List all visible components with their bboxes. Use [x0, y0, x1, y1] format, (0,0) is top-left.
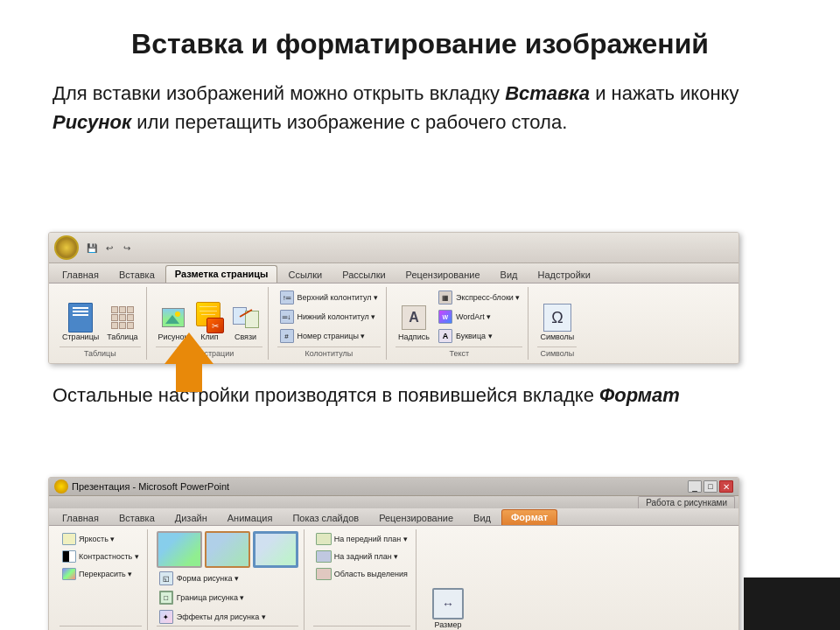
- verhniy-kolontitul-label: Верхний колонтитул ▾: [298, 293, 379, 302]
- btn-oblast-vygdeleniya[interactable]: Область выделения: [313, 566, 410, 582]
- btn-nizhniy-kolontitul[interactable]: ═↓ Нижний колонтитул ▾: [277, 308, 382, 326]
- btn-peredney-plan[interactable]: На передний план ▾: [313, 531, 410, 547]
- group-simvoly: Ω Символы Символы: [532, 287, 582, 360]
- office-logo: [59, 240, 74, 256]
- tab-vstavka[interactable]: Вставка: [109, 266, 164, 283]
- close-btn[interactable]: ✕: [719, 480, 733, 493]
- arrow-body: [176, 364, 202, 392]
- btn-perekrasit[interactable]: Перекрасить ▾: [60, 566, 142, 582]
- stili-thumb-1[interactable]: [157, 531, 202, 568]
- group-simvoly-label: Символы: [537, 346, 577, 358]
- stili-thumb-2[interactable]: [205, 531, 250, 568]
- arrow: [164, 332, 214, 392]
- btn-yarkost[interactable]: Яркость ▾: [60, 531, 142, 547]
- tab-rassylki[interactable]: Рассылки: [332, 266, 395, 283]
- btn-tablica[interactable]: Таблица: [104, 301, 140, 345]
- group-tekst: A Надпись ▦ Экспресс-блоки ▾ W WordArt ▾: [390, 287, 528, 360]
- tab2-pokaz[interactable]: Показ слайдов: [283, 510, 368, 525]
- tab-vid[interactable]: Вид: [491, 266, 528, 283]
- ribbon2-content: Яркость ▾ Контрастность ▾ Перекрасить ▾ …: [49, 526, 738, 630]
- group-uporyadochit-label: Упорядочить: [313, 626, 410, 630]
- group-simvoly-items: Ω Символы: [537, 289, 577, 346]
- razmer-icon: ↔: [432, 588, 464, 620]
- minimize-btn[interactable]: _: [688, 480, 702, 493]
- btn-stranicy[interactable]: Страницы: [60, 301, 102, 345]
- tab-glavnaya[interactable]: Главная: [52, 266, 108, 283]
- svyazi-label: Связи: [234, 333, 256, 342]
- peredney-plan-label: На передний план ▾: [334, 535, 408, 543]
- body-text-1: Для вставки изображений можно открыть вк…: [52, 79, 788, 136]
- zadniy-plan-icon: [316, 550, 332, 563]
- btn-wordart[interactable]: W WordArt ▾: [436, 308, 522, 326]
- ribbon2-window-title: Презентация - Microsoft PowerPoint: [72, 481, 229, 492]
- simvoly-icon: Ω: [543, 304, 571, 332]
- slide-title: Вставка и форматирование изображений: [52, 26, 788, 63]
- btn-effekty-risunka[interactable]: ✦ Эффекты для рисунка ▾: [157, 608, 298, 626]
- nizhniy-kolontitul-icon: ═↓: [280, 310, 294, 324]
- ribbon-tab-bar: Главная Вставка Разметка страницы Ссылки…: [49, 263, 738, 284]
- quick-access-toolbar: 💾 ↩ ↪: [49, 233, 738, 263]
- btn-nadpis[interactable]: A Надпись: [396, 301, 432, 345]
- office-button[interactable]: [54, 235, 79, 260]
- group-tablicy-items: Страницы Таблица: [60, 289, 141, 346]
- tab2-recenzirovanie[interactable]: Рецензирование: [369, 510, 463, 525]
- nizhniy-kolontitul-label: Нижний колонтитул ▾: [298, 312, 376, 321]
- group-kolontituiy-items: ↑═ Верхний колонтитул ▾ ═↓ Нижний колонт…: [277, 289, 382, 346]
- tab2-dizajn[interactable]: Дизайн: [165, 510, 217, 525]
- maximize-btn[interactable]: □: [704, 480, 718, 493]
- work-with-pictures-label: Работа с рисунками: [638, 496, 735, 508]
- btn-kontrastnost[interactable]: Контрастность ▾: [60, 549, 142, 564]
- tablica-icon: [108, 304, 136, 332]
- tab-nastrojki[interactable]: Надстройки: [528, 266, 599, 283]
- btn-verhniy-kolontitul[interactable]: ↑═ Верхний колонтитул ▾: [277, 289, 382, 306]
- btn-svyazi[interactable]: Связи: [229, 301, 262, 345]
- razmer-label: Размер: [434, 621, 461, 630]
- btn-bukvica[interactable]: A Буквица ▾: [436, 327, 522, 345]
- btn-forma-risunka[interactable]: ◱ Форма рисунка ▾: [157, 570, 298, 587]
- klip-icon: ✂: [196, 304, 224, 332]
- nadpis-label: Надпись: [398, 333, 430, 342]
- btn-ekspress-bloki[interactable]: ▦ Экспресс-блоки ▾: [436, 289, 522, 306]
- btn-razmer[interactable]: ↔ Размер: [425, 584, 471, 630]
- tablica-label: Таблица: [107, 333, 137, 342]
- btn-granica-risunka[interactable]: □ Граница рисунка ▾: [157, 589, 298, 606]
- granica-risunka-icon: □: [159, 591, 173, 605]
- tab2-animaciya[interactable]: Анимация: [218, 510, 283, 525]
- perekrasit-label: Перекрасить ▾: [79, 570, 132, 578]
- stili-thumb-3[interactable]: [253, 531, 298, 568]
- btn-zadniy-plan[interactable]: На задний план ▾: [313, 549, 410, 564]
- nomer-stranicy-icon: #: [280, 329, 294, 343]
- peredney-plan-icon: [316, 533, 332, 545]
- group-izmenit-label: Изменить: [60, 626, 142, 630]
- tab-razmetka[interactable]: Разметка страницы: [165, 265, 278, 283]
- yarkost-label: Яркость ▾: [79, 535, 115, 543]
- tab-recenzirovanie[interactable]: Рецензирование: [396, 266, 490, 283]
- btn-simvoly[interactable]: Ω Символы: [537, 301, 577, 345]
- stranicy-icon: [66, 304, 94, 332]
- group-kolontituiy-label: Колонтитулы: [277, 346, 382, 358]
- black-corner: [744, 578, 840, 630]
- nomer-stranicy-label: Номер страницы ▾: [298, 332, 366, 340]
- verhniy-kolontitul-icon: ↑═: [280, 290, 294, 304]
- tab2-format[interactable]: Формат: [501, 509, 557, 525]
- tab2-vstavka[interactable]: Вставка: [109, 510, 164, 525]
- btn-nomer-stranicy[interactable]: # Номер страницы ▾: [277, 327, 382, 345]
- group-tablicy: Страницы Таблица Таблицы: [54, 287, 147, 360]
- qat-redo[interactable]: ↪: [119, 240, 135, 256]
- arrow-head: [164, 332, 214, 364]
- tab2-glavnaya[interactable]: Главная: [52, 510, 108, 525]
- group-stili-label: Стили рисунков: [157, 626, 298, 630]
- tab2-vid[interactable]: Вид: [464, 510, 500, 525]
- risunok-icon: [159, 304, 187, 332]
- qat-save[interactable]: 💾: [84, 240, 100, 256]
- stranicy-label: Страницы: [62, 333, 99, 342]
- group-uporyadochit: На передний план ▾ На задний план ▾ Обла…: [308, 529, 416, 630]
- ekspress-bloki-icon: ▦: [438, 290, 452, 304]
- tab-ssylki[interactable]: Ссылки: [278, 266, 332, 283]
- ribbon2-tab-bar: Главная Вставка Дизайн Анимация Показ сл…: [49, 508, 738, 526]
- ribbon-content: Страницы Таблица Таблицы: [49, 284, 738, 363]
- qat-undo[interactable]: ↩: [102, 240, 117, 256]
- yarkost-icon: [62, 533, 76, 545]
- group-tekst-items: A Надпись ▦ Экспресс-блоки ▾ W WordArt ▾: [396, 289, 522, 346]
- nadpis-icon: A: [400, 304, 428, 332]
